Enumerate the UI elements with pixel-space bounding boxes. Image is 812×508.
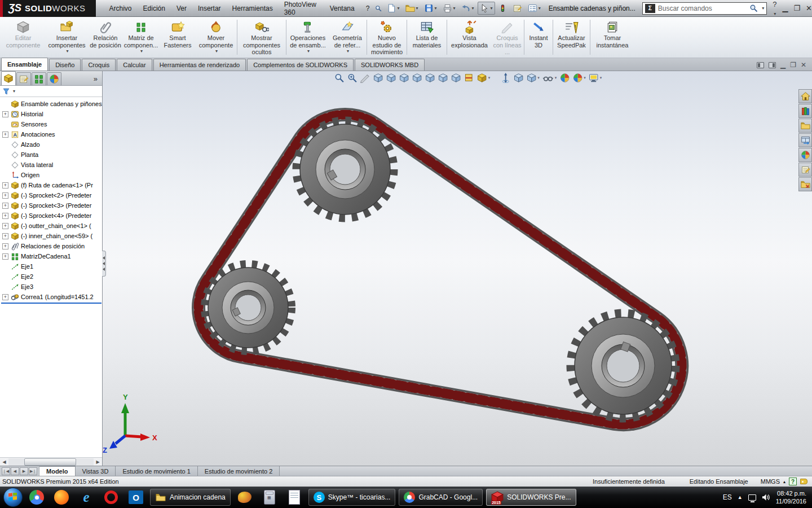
print-button[interactable]: ▾ <box>440 2 458 15</box>
close-button[interactable]: ✕ <box>806 4 812 12</box>
doc-minimize-icon[interactable]: ▁ <box>780 61 785 69</box>
chrome-icon[interactable] <box>26 489 47 506</box>
tree-item-outter-chain[interactable]: + (-) outter_chain_one<1> ( <box>1 221 102 231</box>
featuremanager-tab[interactable] <box>1 71 16 85</box>
opera-icon[interactable] <box>100 489 122 506</box>
scroll-right-icon[interactable]: ▶ <box>94 458 102 466</box>
tree-item-vista-lateral[interactable]: Vista lateral <box>1 160 102 170</box>
edit-component-button[interactable]: Editar componente <box>1 18 45 56</box>
search-caret-icon[interactable]: ▾ <box>762 6 764 11</box>
quick-tips-icon[interactable]: ? <box>789 478 797 485</box>
menu-edicion[interactable]: Edición <box>138 2 171 15</box>
tab-herramientas-renderizado[interactable]: Herramientas de renderizado <box>153 59 246 71</box>
menu-help[interactable]: ? <box>360 2 376 15</box>
filter-icon[interactable] <box>2 87 10 95</box>
file-explorer-tab[interactable] <box>798 119 812 133</box>
firefox-icon[interactable] <box>51 489 72 506</box>
prev-tab-icon[interactable]: ◀ <box>11 467 19 475</box>
tab-diseno[interactable]: Diseño <box>49 59 81 71</box>
notepad-icon[interactable] <box>284 489 305 506</box>
search-commands-box[interactable]: Σ Buscar comandos ▾ <box>642 2 767 15</box>
first-tab-icon[interactable]: ❘◀ <box>2 467 10 475</box>
tree-item-correa1[interactable]: + Correa1 (Longitud=1451.2 <box>1 292 102 302</box>
exploded-view-button[interactable]: Vista explosionada <box>448 18 491 56</box>
open-document-button[interactable]: ▾ <box>403 2 421 15</box>
new-document-button[interactable]: ▾ <box>385 2 402 15</box>
tab-estudio-movimiento-1[interactable]: Estudio de movimiento 1 <box>116 466 197 476</box>
tree-item-origen[interactable]: Origen <box>1 170 102 180</box>
panel-tabs-overflow-icon[interactable]: » <box>90 75 101 85</box>
rebuild-traffic-light-button[interactable] <box>496 2 509 15</box>
tree-item-planta[interactable]: Planta <box>1 150 102 160</box>
help-button[interactable]: ?▾ <box>773 0 776 17</box>
filter-caret-icon[interactable]: ▾ <box>13 89 15 94</box>
explode-line-sketch-button[interactable]: Croquis con líneas ... <box>491 18 523 56</box>
configurationmanager-tab[interactable] <box>32 72 46 85</box>
collapse-left-pane-icon[interactable] <box>757 62 764 68</box>
tree-item-root[interactable]: Ensamble cadenas y piñones <box>1 99 102 109</box>
rollback-bar[interactable] <box>1 303 102 304</box>
tab-calcular[interactable]: Calcular <box>117 59 152 71</box>
graphics-viewport[interactable]: ▾ ▾ ▾ ▾ ▾ <box>103 71 812 466</box>
mate-button[interactable]: Relación de posición <box>89 18 122 56</box>
new-motion-study-button[interactable]: Nuevo estudio de movimiento <box>368 18 406 56</box>
appearances-scenes-tab[interactable] <box>798 148 812 162</box>
tab-croquis[interactable]: Croquis <box>82 59 116 71</box>
tab-solidworks-mbd[interactable]: SOLIDWORKS MBD <box>355 59 425 71</box>
move-component-button[interactable]: Mover componente▾ <box>196 18 236 56</box>
tab-vistas-3d[interactable]: Vistas 3D <box>76 466 116 476</box>
outlook-icon[interactable]: O <box>125 489 147 506</box>
insert-components-button[interactable]: Insertar componentes▾ <box>45 18 89 56</box>
clock[interactable]: 08:42 p.m.11/09/2016 <box>776 489 809 506</box>
options-button[interactable]: ▾ <box>526 2 543 15</box>
propertymanager-tab[interactable] <box>16 72 31 85</box>
skype-window-button[interactable]: S Skype™ - ticoarias... <box>308 489 396 506</box>
assembly-features-button[interactable]: Operaciones de ensamb...▾ <box>287 18 329 56</box>
tree-item-sensores[interactable]: Sensores <box>1 119 102 129</box>
calculator-icon[interactable]: ▦ <box>259 489 280 506</box>
menu-herramientas[interactable]: Herramientas <box>227 2 279 15</box>
doc-close-icon[interactable]: ✕ <box>801 61 806 69</box>
tree-item-relaciones[interactable]: + Relaciones de posición <box>1 241 102 251</box>
tree-item-matriz-de-cadena[interactable]: + MatrizDeCadena1 <box>1 251 102 261</box>
reference-geometry-button[interactable]: Geometría de refer...▾ <box>329 18 366 56</box>
menu-archivo[interactable]: Archivo <box>104 2 138 15</box>
tree-item-sprocket3[interactable]: + (-) Sprocket<3> (Predeter <box>1 200 102 211</box>
paint-icon[interactable] <box>234 489 255 506</box>
view-palette-tab[interactable] <box>798 133 812 147</box>
tree-item-ruta-de-cadena[interactable]: + (f) Ruta de cadena<1> (Pr <box>1 180 102 190</box>
tab-ensamblaje[interactable]: Ensamblaje <box>1 58 48 71</box>
pin-icon[interactable] <box>375 4 382 13</box>
undo-button[interactable]: ▾ <box>459 2 476 15</box>
collapse-right-pane-icon[interactable] <box>769 62 776 68</box>
resources-tab[interactable] <box>798 89 812 103</box>
tree-horizontal-scrollbar[interactable]: ◀ ▶ <box>0 457 102 466</box>
tree-item-sprocket4[interactable]: + (-) Sprocket<4> (Predeter <box>1 211 102 221</box>
displaymanager-tab[interactable] <box>47 72 61 85</box>
menu-photoview[interactable]: PhotoView 360 <box>279 0 324 19</box>
minimize-button[interactable]: ▁ <box>782 4 788 12</box>
next-tab-icon[interactable]: ▶ <box>20 467 28 475</box>
units-caret-icon[interactable]: ▴ <box>783 479 785 484</box>
tree-item-alzado[interactable]: Alzado <box>1 139 102 150</box>
take-snapshot-button[interactable]: Tomar instantánea <box>591 18 634 56</box>
internet-explorer-icon[interactable]: e <box>76 489 97 506</box>
last-tab-icon[interactable]: ▶❘ <box>29 467 37 475</box>
tree-item-eje3[interactable]: Eje3 <box>1 282 102 292</box>
folder-window-button[interactable]: Animacion cadena <box>150 489 231 506</box>
restore-button[interactable]: ❐ <box>793 4 800 12</box>
sprocket-right[interactable] <box>571 313 676 418</box>
tree-item-eje2[interactable]: Eje2 <box>1 271 102 282</box>
custom-properties-tab[interactable] <box>798 163 812 177</box>
tree-item-historial[interactable]: + Historial <box>1 109 102 119</box>
show-hidden-components-button[interactable]: Mostrar componentes ocultos <box>238 18 285 56</box>
forum-tab[interactable] <box>798 177 812 191</box>
panel-splitter-handle[interactable] <box>102 251 106 277</box>
menu-ver[interactable]: Ver <box>171 2 192 15</box>
tray-expand-icon[interactable]: ▲ <box>738 494 743 500</box>
solidworks-window-button[interactable]: 2015 SOLIDWORKS Pre... <box>486 489 576 506</box>
language-indicator[interactable]: ES <box>723 493 732 501</box>
network-icon[interactable] <box>748 494 756 501</box>
tab-modelo[interactable]: Modelo <box>39 466 76 476</box>
search-icon[interactable] <box>749 4 758 12</box>
